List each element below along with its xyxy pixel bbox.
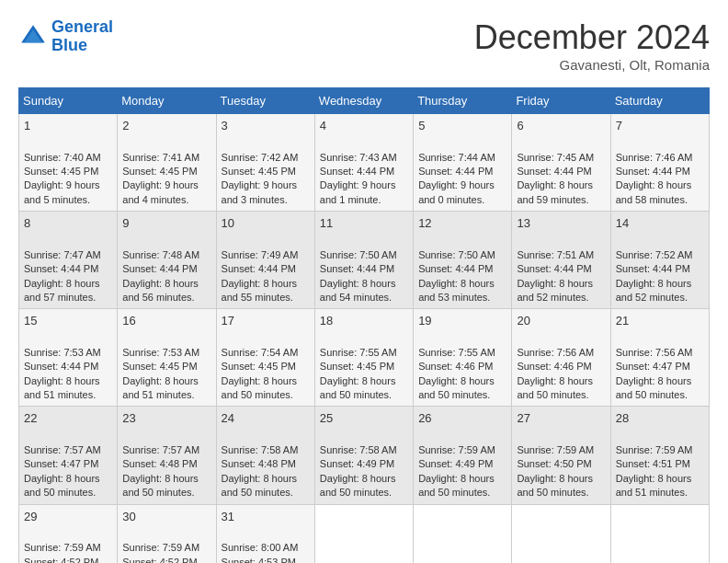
calendar-cell: 23Sunrise: 7:57 AMSunset: 4:48 PMDayligh… <box>118 407 216 504</box>
day-number: 6 <box>517 118 605 134</box>
sunset-text: Sunset: 4:46 PM <box>517 361 591 372</box>
day-number: 29 <box>24 509 112 525</box>
sunset-text: Sunset: 4:52 PM <box>24 557 98 563</box>
daylight-text: Daylight: 8 hours and 50 minutes. <box>222 473 298 498</box>
sunset-text: Sunset: 4:45 PM <box>122 166 197 177</box>
header: General Blue December 2024 Gavanesti, Ol… <box>18 18 710 73</box>
daylight-text: Daylight: 8 hours and 50 minutes. <box>418 375 495 400</box>
daylight-text: Daylight: 8 hours and 50 minutes. <box>418 473 495 498</box>
sunrise-text: Sunrise: 7:59 AM <box>122 542 199 553</box>
day-number: 3 <box>222 118 310 134</box>
calendar-cell: 11Sunrise: 7:50 AMSunset: 4:44 PMDayligh… <box>314 212 413 309</box>
sunrise-text: Sunrise: 7:50 AM <box>320 249 397 260</box>
sunrise-text: Sunrise: 7:53 AM <box>122 347 199 358</box>
sunset-text: Sunset: 4:53 PM <box>222 557 296 563</box>
daylight-text: Daylight: 8 hours and 50 minutes. <box>320 375 396 400</box>
calendar-cell <box>414 504 512 563</box>
sunrise-text: Sunrise: 7:47 AM <box>24 249 101 260</box>
sunset-text: Sunset: 4:44 PM <box>320 263 394 274</box>
daylight-text: Daylight: 8 hours and 50 minutes. <box>517 375 593 400</box>
sunrise-text: Sunrise: 7:55 AM <box>320 347 397 358</box>
sunset-text: Sunset: 4:44 PM <box>24 361 98 372</box>
sunrise-text: Sunrise: 7:58 AM <box>222 444 299 455</box>
day-number: 10 <box>222 215 310 232</box>
daylight-text: Daylight: 8 hours and 50 minutes. <box>122 473 199 498</box>
sunset-text: Sunset: 4:48 PM <box>122 458 197 469</box>
day-number: 26 <box>418 410 506 427</box>
day-number: 30 <box>122 509 210 525</box>
calendar-cell: 26Sunrise: 7:59 AMSunset: 4:49 PMDayligh… <box>414 407 512 504</box>
day-number: 27 <box>517 410 605 427</box>
calendar-cell: 31Sunrise: 8:00 AMSunset: 4:53 PMDayligh… <box>216 504 314 563</box>
sunset-text: Sunset: 4:44 PM <box>616 263 690 274</box>
day-number: 18 <box>320 313 408 329</box>
calendar-cell: 12Sunrise: 7:50 AMSunset: 4:44 PMDayligh… <box>414 212 512 309</box>
sunset-text: Sunset: 4:47 PM <box>24 458 98 469</box>
daylight-text: Daylight: 8 hours and 51 minutes. <box>24 375 100 400</box>
weekday-header: Monday <box>118 88 216 114</box>
day-number: 9 <box>122 215 210 232</box>
calendar-cell: 7Sunrise: 7:46 AMSunset: 4:44 PMDaylight… <box>610 114 709 212</box>
sunset-text: Sunset: 4:44 PM <box>517 263 591 274</box>
sunrise-text: Sunrise: 7:44 AM <box>418 152 495 163</box>
daylight-text: Daylight: 8 hours and 54 minutes. <box>320 278 396 303</box>
daylight-text: Daylight: 8 hours and 52 minutes. <box>616 278 692 303</box>
calendar-cell: 18Sunrise: 7:55 AMSunset: 4:45 PMDayligh… <box>314 309 413 407</box>
calendar-cell: 16Sunrise: 7:53 AMSunset: 4:45 PMDayligh… <box>118 309 216 407</box>
sunset-text: Sunset: 4:44 PM <box>517 166 591 177</box>
daylight-text: Daylight: 8 hours and 51 minutes. <box>616 473 692 498</box>
subtitle: Gavanesti, Olt, Romania <box>474 57 710 73</box>
calendar-cell: 30Sunrise: 7:59 AMSunset: 4:52 PMDayligh… <box>118 504 216 563</box>
daylight-text: Daylight: 8 hours and 50 minutes. <box>222 375 298 400</box>
calendar-cell: 21Sunrise: 7:56 AMSunset: 4:47 PMDayligh… <box>610 309 709 407</box>
day-number: 14 <box>616 215 704 232</box>
day-number: 16 <box>122 313 210 329</box>
calendar-cell: 15Sunrise: 7:53 AMSunset: 4:44 PMDayligh… <box>19 309 118 407</box>
calendar-cell: 10Sunrise: 7:49 AMSunset: 4:44 PMDayligh… <box>216 212 314 309</box>
sunrise-text: Sunrise: 7:51 AM <box>517 249 594 260</box>
sunrise-text: Sunrise: 7:59 AM <box>24 542 101 553</box>
calendar-cell: 9Sunrise: 7:48 AMSunset: 4:44 PMDaylight… <box>118 212 216 309</box>
sunset-text: Sunset: 4:44 PM <box>24 263 98 274</box>
daylight-text: Daylight: 8 hours and 50 minutes. <box>24 473 100 498</box>
sunset-text: Sunset: 4:50 PM <box>517 458 591 469</box>
sunrise-text: Sunrise: 7:56 AM <box>616 347 693 358</box>
calendar-cell: 6Sunrise: 7:45 AMSunset: 4:44 PMDaylight… <box>512 114 610 212</box>
calendar-cell: 24Sunrise: 7:58 AMSunset: 4:48 PMDayligh… <box>216 407 314 504</box>
weekday-header: Thursday <box>414 88 512 114</box>
sunrise-text: Sunrise: 7:41 AM <box>122 152 199 163</box>
calendar-cell: 27Sunrise: 7:59 AMSunset: 4:50 PMDayligh… <box>512 407 610 504</box>
day-number: 31 <box>222 509 310 525</box>
day-number: 23 <box>122 410 210 427</box>
day-number: 8 <box>24 215 112 232</box>
calendar-cell: 28Sunrise: 7:59 AMSunset: 4:51 PMDayligh… <box>610 407 709 504</box>
calendar-cell: 13Sunrise: 7:51 AMSunset: 4:44 PMDayligh… <box>512 212 610 309</box>
sunset-text: Sunset: 4:47 PM <box>616 361 690 372</box>
sunset-text: Sunset: 4:44 PM <box>122 263 197 274</box>
daylight-text: Daylight: 9 hours and 5 minutes. <box>24 179 100 204</box>
sunrise-text: Sunrise: 7:57 AM <box>24 444 101 455</box>
calendar-cell <box>610 504 709 563</box>
sunrise-text: Sunrise: 8:00 AM <box>222 542 299 553</box>
sunset-text: Sunset: 4:44 PM <box>320 166 394 177</box>
sunrise-text: Sunrise: 7:58 AM <box>320 444 397 455</box>
daylight-text: Daylight: 8 hours and 53 minutes. <box>418 278 495 303</box>
daylight-text: Daylight: 9 hours and 3 minutes. <box>222 179 298 204</box>
title-area: December 2024 Gavanesti, Olt, Romania <box>474 18 710 73</box>
day-number: 19 <box>418 313 506 329</box>
sunset-text: Sunset: 4:49 PM <box>418 458 493 469</box>
calendar-cell: 19Sunrise: 7:55 AMSunset: 4:46 PMDayligh… <box>414 309 512 407</box>
sunrise-text: Sunrise: 7:59 AM <box>418 444 495 455</box>
sunset-text: Sunset: 4:46 PM <box>418 361 493 372</box>
sunset-text: Sunset: 4:44 PM <box>222 263 296 274</box>
month-title: December 2024 <box>474 18 710 57</box>
day-number: 13 <box>517 215 605 232</box>
calendar-cell: 20Sunrise: 7:56 AMSunset: 4:46 PMDayligh… <box>512 309 610 407</box>
calendar-table: SundayMondayTuesdayWednesdayThursdayFrid… <box>18 87 710 563</box>
calendar-cell: 1Sunrise: 7:40 AMSunset: 4:45 PMDaylight… <box>19 114 118 212</box>
day-number: 28 <box>616 410 704 427</box>
sunset-text: Sunset: 4:45 PM <box>24 166 98 177</box>
daylight-text: Daylight: 9 hours and 1 minute. <box>320 179 396 204</box>
day-number: 15 <box>24 313 112 329</box>
sunrise-text: Sunrise: 7:50 AM <box>418 249 495 260</box>
